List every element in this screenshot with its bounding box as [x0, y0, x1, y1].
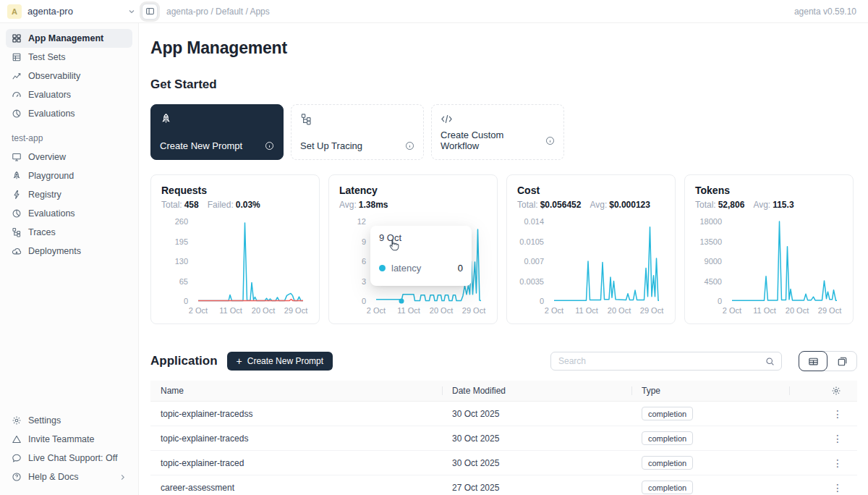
- column-header-type[interactable]: Type: [631, 381, 789, 401]
- sidebar-item-playground[interactable]: Playground: [6, 166, 132, 185]
- card-view-icon: [837, 356, 848, 367]
- create-custom-workflow-card[interactable]: Create Custom Workflow: [431, 104, 564, 160]
- sidebar-item-live-chat-support[interactable]: Live Chat Support: Off: [6, 449, 132, 468]
- stat-title: Latency: [339, 185, 487, 196]
- column-header-name[interactable]: Name: [150, 381, 442, 401]
- sidebar-item-invite-teammate[interactable]: Invite Teammate: [6, 430, 132, 449]
- sidebar-item-help-docs[interactable]: Help & Docs: [6, 468, 132, 486]
- sidebar-item-label: Observability: [28, 71, 80, 81]
- sidebar-item-label: Invite Teammate: [28, 434, 94, 444]
- sidebar-item-app-management[interactable]: App Management: [6, 29, 132, 48]
- tokens-card: Tokens Total:52,806 Avg:115.3 1800013500…: [684, 174, 854, 324]
- card-view-button[interactable]: [827, 352, 856, 371]
- table-view-icon: [808, 356, 819, 367]
- table-row[interactable]: topic-explainer-traceds 30 Oct 2025 comp…: [150, 426, 857, 451]
- applications-table: Name Date Modified Type topic-explainer-…: [150, 381, 857, 495]
- type-badge: completion: [642, 456, 693, 470]
- sidebar-item-app-evaluations[interactable]: Evaluations: [6, 204, 132, 223]
- chart-tooltip: 9 Oct latency 0: [370, 226, 472, 286]
- chat-bubble-icon: [12, 453, 22, 463]
- plus-icon: +: [237, 356, 242, 366]
- rocket-icon: [12, 171, 22, 181]
- triangle-icon: [12, 434, 22, 444]
- create-new-prompt-card[interactable]: Create New Prompt: [150, 104, 284, 160]
- sidebar-item-overview[interactable]: Overview: [6, 148, 132, 166]
- column-settings-button[interactable]: [831, 386, 841, 396]
- chevron-down-icon: [127, 7, 136, 16]
- trend-chart-icon: [12, 71, 22, 81]
- main-content: App Management Get Started Create New Pr…: [139, 23, 868, 495]
- workspace-selector[interactable]: A agenta-pro: [7, 4, 136, 19]
- sidebar-item-evaluations[interactable]: Evaluations: [6, 104, 132, 123]
- sidebar-item-traces[interactable]: Traces: [6, 223, 132, 242]
- cursor-hand-icon: [387, 238, 400, 251]
- sidebar-item-settings[interactable]: Settings: [6, 411, 132, 430]
- top-bar: A agenta-pro agenta-pro / Default / Apps…: [0, 0, 868, 23]
- app-date-modified: 30 Oct 2025: [442, 409, 631, 419]
- table-row[interactable]: career-assessment 27 Oct 2025 completion…: [150, 475, 857, 495]
- sidebar-item-label: Traces: [28, 227, 56, 237]
- set-up-tracing-card[interactable]: Set Up Tracing: [291, 104, 424, 160]
- series-dot: [379, 265, 386, 271]
- get-started-title: Get Started: [150, 77, 857, 92]
- tree-icon: [12, 227, 22, 237]
- x-axis: 2 Oct11 Oct20 Oct29 Oct: [728, 306, 837, 316]
- search-icon: [765, 357, 775, 366]
- sidebar-item-label: App Management: [28, 33, 103, 43]
- x-axis: 2 Oct11 Oct20 Oct29 Oct: [195, 306, 303, 316]
- column-header-date-modified[interactable]: Date Modified: [442, 381, 631, 401]
- search-input[interactable]: [551, 356, 758, 366]
- app-date-modified: 30 Oct 2025: [442, 458, 631, 468]
- stat-label: Total:458: [161, 200, 199, 210]
- info-icon[interactable]: [265, 141, 274, 151]
- row-menu-button[interactable]: ⋮: [828, 481, 847, 494]
- application-header: Application + Create New Prompt: [150, 351, 857, 371]
- sidebar-item-test-sets[interactable]: Test Sets: [6, 48, 132, 67]
- sidebar-item-label: Live Chat Support: Off: [28, 453, 117, 463]
- sidebar-item-label: Settings: [28, 415, 61, 426]
- table-row[interactable]: topic-explainer-tracedss 30 Oct 2025 com…: [150, 402, 857, 426]
- y-axis: 1800013500900045000: [695, 221, 728, 301]
- y-axis: 129630: [339, 221, 373, 301]
- sidebar-item-label: Playground: [28, 171, 74, 181]
- view-toggle: [799, 351, 857, 371]
- sidebar-toggle-button[interactable]: [142, 4, 158, 20]
- sidebar: App Management Test Sets Observability E…: [0, 23, 139, 495]
- app-name: career-assessment: [150, 483, 442, 493]
- latency-card: Latency Avg:1.38ms 129630 2 Oct11 Oct20 …: [328, 174, 498, 324]
- stats-row: Requests Total:458 Failed:0.03% 26019513…: [150, 174, 857, 324]
- table-icon: [12, 52, 22, 62]
- tree-icon: [300, 113, 414, 125]
- workspace-avatar: A: [7, 4, 22, 19]
- create-new-prompt-button[interactable]: + Create New Prompt: [227, 352, 333, 371]
- table-header: Name Date Modified Type: [150, 381, 857, 402]
- stat-label: Total:52,806: [695, 200, 744, 210]
- info-icon[interactable]: [545, 136, 555, 145]
- stat-title: Requests: [161, 185, 309, 196]
- type-badge: completion: [642, 431, 693, 445]
- sidebar-item-label: Evaluations: [28, 208, 75, 219]
- y-axis: 260195130650: [161, 221, 195, 301]
- sidebar-item-deployments[interactable]: Deployments: [6, 242, 132, 261]
- search-button[interactable]: [758, 352, 781, 370]
- requests-card: Requests Total:458 Failed:0.03% 26019513…: [150, 174, 320, 324]
- sidebar-item-registry[interactable]: Registry: [6, 185, 132, 204]
- monitor-icon: [12, 152, 22, 162]
- row-menu-button[interactable]: ⋮: [828, 432, 847, 445]
- sidebar-item-label: Registry: [28, 190, 61, 200]
- table-row[interactable]: topic-explainer-traced 30 Oct 2025 compl…: [150, 451, 857, 475]
- row-menu-button[interactable]: ⋮: [828, 457, 847, 470]
- sidebar-item-label: Evaluations: [28, 109, 75, 119]
- app-date-modified: 27 Oct 2025: [442, 483, 631, 493]
- sidebar-item-observability[interactable]: Observability: [6, 67, 132, 85]
- lightning-icon: [12, 190, 22, 200]
- row-menu-button[interactable]: ⋮: [828, 407, 847, 420]
- info-icon[interactable]: [405, 141, 414, 151]
- gear-icon: [831, 386, 841, 396]
- gauge-icon: [12, 90, 22, 100]
- table-view-button[interactable]: [799, 351, 827, 371]
- tooltip-series: latency: [391, 263, 421, 274]
- sidebar-footer: Settings Invite Teammate Live Chat Suppo…: [6, 411, 132, 486]
- sidebar-item-label: Test Sets: [28, 52, 65, 62]
- sidebar-item-evaluators[interactable]: Evaluators: [6, 85, 132, 104]
